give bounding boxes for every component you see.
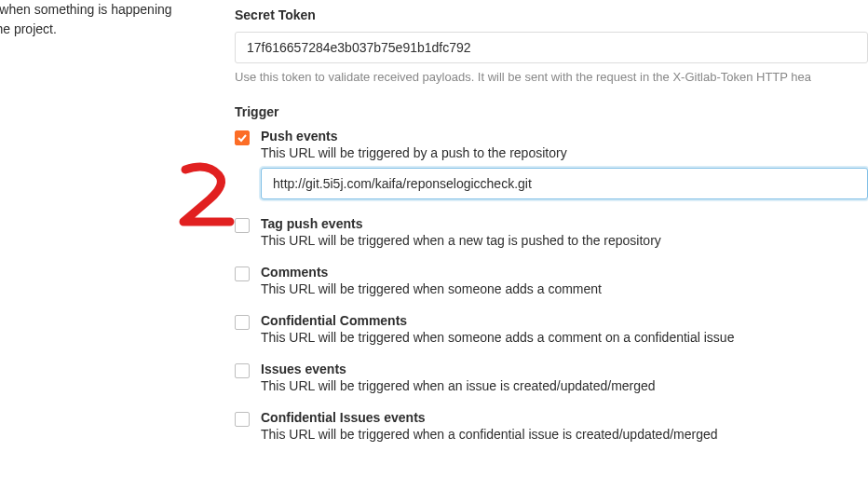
- checkbox-confidential-issues-events[interactable]: [235, 412, 250, 427]
- trigger-confidential-issues-events: Confidential Issues events This URL will…: [235, 410, 868, 442]
- trigger-desc: This URL will be triggered when a new ta…: [261, 233, 868, 248]
- trigger-title: Confidential Comments: [261, 313, 868, 328]
- trigger-push-events: Push events This URL will be triggered b…: [235, 129, 868, 199]
- trigger-desc: This URL will be triggered when someone …: [261, 330, 868, 345]
- trigger-desc: This URL will be triggered when a confid…: [261, 427, 868, 442]
- sidebar-description: vents when something is happening ithin …: [0, 0, 186, 492]
- check-icon: [237, 133, 247, 143]
- trigger-title: Comments: [261, 265, 868, 280]
- push-events-url-input[interactable]: [261, 168, 868, 199]
- checkbox-confidential-comments[interactable]: [235, 315, 250, 330]
- trigger-title: Tag push events: [261, 216, 868, 231]
- checkbox-issues-events[interactable]: [235, 363, 250, 378]
- trigger-title: Issues events: [261, 362, 868, 376]
- secret-token-help: Use this token to validate received payl…: [235, 69, 868, 86]
- checkbox-tag-push-events[interactable]: [235, 218, 250, 233]
- checkbox-push-events[interactable]: [235, 130, 250, 145]
- secret-token-input[interactable]: [235, 32, 868, 63]
- trigger-title: Push events: [261, 129, 868, 144]
- sidebar-text-line1: vents when something is happening: [0, 0, 177, 20]
- trigger-issues-events: Issues events This URL will be triggered…: [235, 362, 868, 393]
- sidebar-text-line2: ithin the project.: [0, 20, 177, 39]
- trigger-title: Confidential Issues events: [261, 410, 868, 425]
- trigger-comments: Comments This URL will be triggered when…: [235, 265, 868, 296]
- trigger-desc: This URL will be triggered when an issue…: [261, 378, 868, 393]
- trigger-desc: This URL will be triggered when someone …: [261, 281, 868, 296]
- trigger-desc: This URL will be triggered by a push to …: [261, 145, 868, 160]
- trigger-confidential-comments: Confidential Comments This URL will be t…: [235, 313, 868, 345]
- trigger-list: Push events This URL will be triggered b…: [235, 129, 868, 442]
- trigger-tag-push-events: Tag push events This URL will be trigger…: [235, 216, 868, 248]
- trigger-label: Trigger: [235, 104, 868, 119]
- integration-form: Secret Token Use this token to validate …: [186, 0, 868, 492]
- secret-token-label: Secret Token: [235, 7, 868, 22]
- checkbox-comments[interactable]: [235, 266, 250, 281]
